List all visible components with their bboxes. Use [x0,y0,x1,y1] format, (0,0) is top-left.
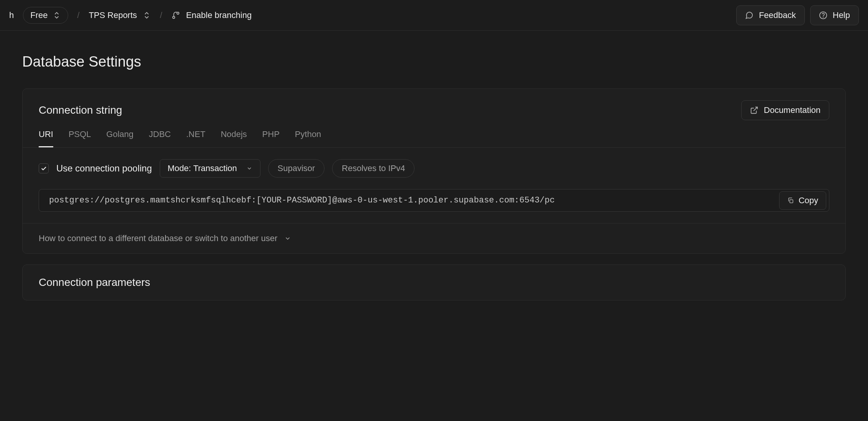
top-bar: h Free / TPS Reports / Enable branching … [0,0,868,31]
branch-icon [172,11,180,20]
enable-branching-button[interactable]: Enable branching [172,10,252,20]
pooling-label: Use connection pooling [56,163,152,174]
feedback-button[interactable]: Feedback [736,5,805,25]
pooling-checkbox[interactable] [39,163,49,173]
tab-python[interactable]: Python [295,129,321,147]
help-button[interactable]: Help [810,5,859,25]
chevron-down-icon [246,165,252,171]
topbar-right: Feedback Help [736,5,859,25]
svg-point-3 [823,17,823,17]
project-switcher[interactable]: TPS Reports [89,10,151,20]
copy-icon [787,197,794,204]
connection-parameters-card: Connection parameters [22,264,846,300]
branching-label: Enable branching [186,10,252,20]
chat-icon [745,11,753,20]
connection-parameters-title: Connection parameters [39,276,829,289]
plan-badge-label: Free [30,10,47,20]
breadcrumb-separator: / [160,10,162,20]
mode-select-label: Mode: Transaction [168,163,237,173]
copy-label: Copy [799,196,818,206]
topbar-left: h Free / TPS Reports / Enable branching [9,7,727,24]
chip-supavisor: Supavisor [268,159,325,178]
breadcrumb-org-partial: h [9,10,14,20]
expand-label: How to connect to a different database o… [39,233,277,243]
chevron-up-down-icon [52,11,61,20]
connection-string-card: Connection string Documentation URI PSQL… [22,88,846,254]
help-label: Help [833,10,850,20]
tab-golang[interactable]: Golang [106,129,134,147]
svg-rect-4 [789,200,793,203]
check-icon [40,165,47,172]
tab-dotnet[interactable]: .NET [186,129,205,147]
documentation-button[interactable]: Documentation [741,100,829,120]
breadcrumb-separator: / [77,10,80,20]
pooling-row: Use connection pooling Mode: Transaction… [23,148,845,189]
connection-uri-value[interactable]: postgres://postgres.mamtshcrksmfsqlhcebf… [39,189,829,212]
card-header: Connection string Documentation [23,89,845,120]
connection-string-tabs: URI PSQL Golang JDBC .NET Nodejs PHP Pyt… [23,120,845,148]
how-to-connect-expander[interactable]: How to connect to a different database o… [23,223,845,253]
external-link-icon [750,106,758,114]
chevron-up-down-icon [142,11,151,20]
copy-button[interactable]: Copy [779,191,826,210]
help-icon [819,11,827,20]
chip-ipv4: Resolves to IPv4 [332,159,414,178]
tab-nodejs[interactable]: Nodejs [221,129,247,147]
svg-point-0 [172,16,175,18]
connection-string-title: Connection string [39,104,122,116]
mode-select[interactable]: Mode: Transaction [160,159,260,178]
documentation-label: Documentation [764,105,821,115]
svg-point-1 [177,12,179,14]
tab-php[interactable]: PHP [262,129,280,147]
page-title: Database Settings [22,54,846,70]
chevron-down-icon [284,235,291,242]
tab-psql[interactable]: PSQL [69,129,91,147]
feedback-label: Feedback [759,10,796,20]
content-area: Database Settings Connection string Docu… [0,31,868,300]
tab-uri[interactable]: URI [39,129,53,147]
project-name: TPS Reports [89,10,137,20]
card-header: Connection parameters [23,265,845,300]
plan-badge[interactable]: Free [23,7,68,24]
tab-jdbc[interactable]: JDBC [149,129,171,147]
connection-uri-row: postgres://postgres.mamtshcrksmfsqlhcebf… [23,189,845,223]
